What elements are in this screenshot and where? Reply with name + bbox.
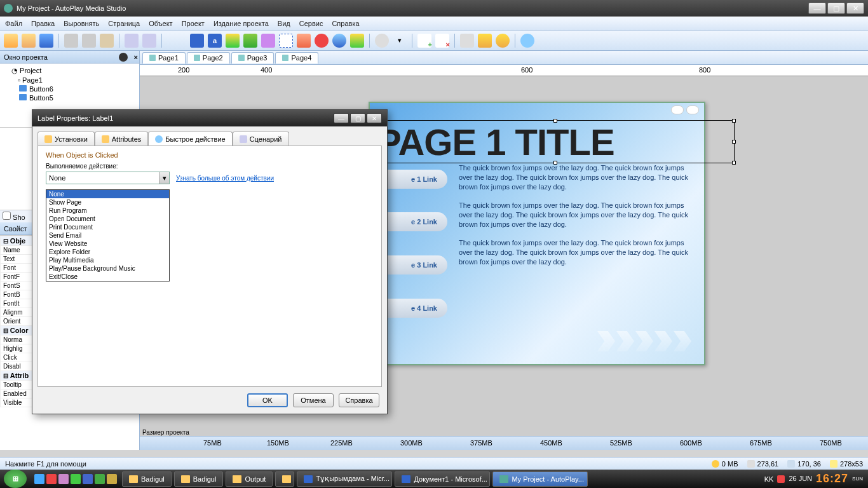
tab-page1[interactable]: Page1 (142, 52, 186, 64)
show-hidden-checkbox[interactable] (3, 212, 11, 220)
taskbar-item[interactable] (275, 471, 294, 487)
selected-label[interactable]: PAGE 1 TITLE (376, 120, 735, 163)
menu-publish[interactable]: Издание проекта (214, 20, 269, 27)
text-icon[interactable]: a (208, 34, 222, 48)
pin-icon[interactable] (119, 53, 128, 62)
dropdown-option[interactable]: View Website (46, 240, 169, 248)
new-icon[interactable] (4, 34, 18, 48)
add-icon[interactable]: + (417, 34, 431, 48)
chevron-down-icon[interactable]: ▾ (159, 172, 169, 184)
taskbar-item[interactable]: Output (226, 471, 273, 487)
app-icon[interactable] (83, 474, 93, 484)
dropdown-option[interactable]: Run Program (46, 207, 169, 215)
menu-service[interactable]: Сервис (299, 20, 323, 27)
dropdown-option[interactable]: None (46, 190, 169, 198)
tree-item[interactable]: Button6 (4, 85, 135, 93)
taskbar-item[interactable]: Badigul (174, 471, 224, 487)
web-icon[interactable] (332, 34, 346, 48)
app-icon[interactable] (46, 474, 57, 484)
select-icon[interactable] (279, 34, 293, 48)
tool-icon[interactable] (190, 34, 204, 48)
dropdown-option[interactable]: Play Multimedia (46, 256, 169, 264)
flash-icon[interactable] (315, 34, 329, 48)
open-icon[interactable] (22, 34, 36, 48)
paste-icon[interactable] (100, 34, 114, 48)
preview-icon[interactable] (460, 34, 474, 48)
save-icon[interactable] (39, 34, 53, 48)
menu-object[interactable]: Объект (149, 20, 172, 27)
language-indicator[interactable]: KK (764, 475, 774, 483)
menu-file[interactable]: Файл (5, 20, 22, 27)
tab-settings[interactable]: Установки (37, 132, 95, 146)
page-close-icon[interactable] (686, 105, 699, 114)
learn-more-link[interactable]: Узнать больше об этом действии (176, 175, 274, 182)
chevron-down-icon[interactable]: ▾ (393, 34, 407, 48)
menu-view[interactable]: Вид (278, 20, 290, 27)
dialog-close-button[interactable]: ✕ (367, 113, 382, 123)
taskbar-item-active[interactable]: My Project - AutoPlay... (492, 471, 588, 487)
dropdown-option[interactable]: Exit/Close (46, 273, 169, 281)
button-icon[interactable] (297, 34, 311, 48)
tree-page[interactable]: ▫ Page1 (4, 76, 135, 85)
build-icon[interactable] (478, 34, 492, 48)
design-page[interactable]: PAGE 1 TITLE e 1 Link e 2 Link e 3 Link … (369, 102, 705, 365)
dropdown-option[interactable]: Print Document (46, 223, 169, 231)
app-icon[interactable] (95, 474, 105, 484)
tab-quick-action[interactable]: Быстрое действие (148, 132, 232, 146)
zoom-icon[interactable] (375, 34, 389, 48)
video-icon[interactable] (261, 34, 275, 48)
cut-icon[interactable] (64, 34, 78, 48)
remove-icon[interactable]: × (435, 34, 449, 48)
dropdown-option[interactable]: Play/Pause Background Music (46, 264, 169, 273)
action-combobox[interactable]: None ▾ (46, 172, 170, 184)
picture-icon[interactable] (243, 34, 257, 48)
help-button[interactable]: Справка (339, 393, 379, 407)
dropdown-option[interactable]: Explore Folder (46, 248, 169, 256)
ie-icon[interactable] (34, 474, 44, 484)
cancel-button[interactable]: Отмена (293, 393, 334, 407)
dropdown-option[interactable]: Open Document (46, 215, 169, 223)
app-icon[interactable] (107, 474, 117, 484)
menu-page[interactable]: Страница (108, 20, 140, 27)
app-icon[interactable] (71, 474, 81, 484)
tab-page2[interactable]: Page2 (187, 52, 230, 64)
tab-page3[interactable]: Page3 (231, 52, 275, 64)
tray-icon[interactable] (777, 475, 785, 483)
taskbar-item[interactable]: Badigul (122, 471, 172, 487)
dropdown-option[interactable]: Show Page (46, 198, 169, 207)
tab-script[interactable]: Сценарий (233, 132, 289, 146)
close-icon[interactable]: × (134, 53, 138, 61)
minimize-button[interactable]: — (808, 3, 826, 14)
maximize-button[interactable]: ▢ (827, 3, 845, 14)
app-icon[interactable] (58, 474, 69, 484)
dropdown-option[interactable]: Send Email (46, 231, 169, 240)
menu-align[interactable]: Выровнять (64, 20, 99, 27)
copy-icon[interactable] (82, 34, 96, 48)
taskbar-item[interactable]: Документ1 - Microsof... (395, 471, 490, 487)
pdf-icon[interactable] (350, 34, 364, 48)
menu-help[interactable]: Справка (332, 20, 359, 27)
tree-root[interactable]: ◔ Project (4, 66, 135, 76)
tree-item[interactable]: Button5 (4, 93, 135, 102)
separator (412, 34, 412, 48)
separator (515, 34, 515, 48)
dialog-minimize-button[interactable]: — (334, 113, 349, 123)
panel-title: Окно проекта (4, 53, 48, 61)
tab-page4[interactable]: Page4 (275, 52, 318, 64)
menu-edit[interactable]: Правка (31, 20, 55, 27)
start-button[interactable]: ⊞ (4, 470, 27, 488)
dialog-maximize-button[interactable]: ▢ (350, 113, 365, 123)
close-button[interactable]: ✕ (846, 3, 864, 14)
image-icon[interactable] (226, 34, 240, 48)
dialog-titlebar[interactable]: Label Properties: Label1 — ▢ ✕ (32, 110, 387, 126)
undo-icon[interactable] (125, 34, 139, 48)
clock[interactable]: 16:27 (816, 472, 848, 485)
page-minimize-icon[interactable] (671, 105, 684, 114)
menu-project[interactable]: Проект (182, 20, 205, 27)
disc-icon[interactable] (496, 34, 510, 48)
ok-button[interactable]: OK (247, 393, 288, 407)
redo-icon[interactable] (142, 34, 156, 48)
tab-attributes[interactable]: Attributes (95, 132, 148, 146)
help-icon[interactable] (520, 34, 534, 48)
taskbar-item[interactable]: Тұқырымдама - Micr... (297, 471, 392, 487)
